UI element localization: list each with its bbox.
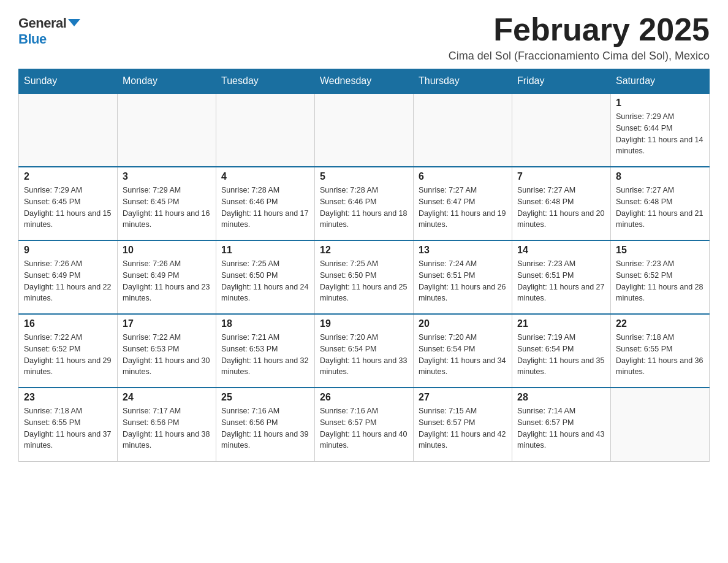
- calendar-day-cell: 8Sunrise: 7:27 AMSunset: 6:48 PMDaylight…: [611, 167, 710, 240]
- day-info: Sunrise: 7:20 AMSunset: 6:54 PMDaylight:…: [320, 332, 408, 378]
- day-info: Sunrise: 7:22 AMSunset: 6:52 PMDaylight:…: [24, 332, 112, 378]
- calendar-day-cell: 6Sunrise: 7:27 AMSunset: 6:47 PMDaylight…: [414, 167, 512, 240]
- day-info: Sunrise: 7:29 AMSunset: 6:45 PMDaylight:…: [123, 185, 211, 231]
- page-header: General Blue February 2025 Cima del Sol …: [18, 12, 710, 63]
- day-info: Sunrise: 7:18 AMSunset: 6:55 PMDaylight:…: [616, 332, 704, 378]
- day-info: Sunrise: 7:23 AMSunset: 6:52 PMDaylight:…: [616, 258, 704, 304]
- col-header-thursday: Thursday: [414, 69, 512, 94]
- calendar-day-cell: 15Sunrise: 7:23 AMSunset: 6:52 PMDayligh…: [611, 240, 710, 314]
- day-number: 3: [123, 171, 211, 182]
- calendar-table: SundayMondayTuesdayWednesdayThursdayFrid…: [18, 69, 710, 462]
- day-number: 5: [320, 171, 408, 182]
- calendar-day-cell: [414, 93, 512, 167]
- logo-triangle-icon: [68, 19, 80, 26]
- calendar-day-cell: 26Sunrise: 7:16 AMSunset: 6:57 PMDayligh…: [315, 388, 414, 461]
- calendar-day-cell: [315, 93, 414, 167]
- day-info: Sunrise: 7:23 AMSunset: 6:51 PMDaylight:…: [517, 258, 605, 304]
- col-header-saturday: Saturday: [611, 69, 710, 94]
- day-info: Sunrise: 7:25 AMSunset: 6:50 PMDaylight:…: [320, 258, 408, 304]
- calendar-week-row: 9Sunrise: 7:26 AMSunset: 6:49 PMDaylight…: [19, 240, 710, 314]
- day-number: 26: [320, 392, 408, 403]
- calendar-week-row: 23Sunrise: 7:18 AMSunset: 6:55 PMDayligh…: [19, 388, 710, 461]
- day-info: Sunrise: 7:24 AMSunset: 6:51 PMDaylight:…: [419, 258, 507, 304]
- day-info: Sunrise: 7:28 AMSunset: 6:46 PMDaylight:…: [320, 185, 408, 231]
- calendar-day-cell: 11Sunrise: 7:25 AMSunset: 6:50 PMDayligh…: [216, 240, 315, 314]
- day-info: Sunrise: 7:18 AMSunset: 6:55 PMDaylight:…: [24, 405, 112, 451]
- calendar-day-cell: 28Sunrise: 7:14 AMSunset: 6:57 PMDayligh…: [512, 388, 611, 461]
- calendar-day-cell: 4Sunrise: 7:28 AMSunset: 6:46 PMDaylight…: [216, 167, 315, 240]
- calendar-day-cell: 10Sunrise: 7:26 AMSunset: 6:49 PMDayligh…: [118, 240, 216, 314]
- day-info: Sunrise: 7:16 AMSunset: 6:57 PMDaylight:…: [320, 405, 408, 451]
- calendar-day-cell: [512, 93, 611, 167]
- calendar-day-cell: 21Sunrise: 7:19 AMSunset: 6:54 PMDayligh…: [512, 314, 611, 388]
- col-header-friday: Friday: [512, 69, 611, 94]
- calendar-week-row: 2Sunrise: 7:29 AMSunset: 6:45 PMDaylight…: [19, 167, 710, 240]
- day-info: Sunrise: 7:14 AMSunset: 6:57 PMDaylight:…: [517, 405, 605, 451]
- calendar-day-cell: 20Sunrise: 7:20 AMSunset: 6:54 PMDayligh…: [414, 314, 512, 388]
- logo-general-text: General: [18, 15, 66, 31]
- day-number: 7: [517, 171, 605, 182]
- day-number: 9: [24, 245, 112, 256]
- day-number: 24: [123, 392, 211, 403]
- logo-blue-text: Blue: [18, 31, 47, 47]
- day-number: 6: [419, 171, 507, 182]
- day-info: Sunrise: 7:29 AMSunset: 6:45 PMDaylight:…: [24, 185, 112, 231]
- calendar-day-cell: 19Sunrise: 7:20 AMSunset: 6:54 PMDayligh…: [315, 314, 414, 388]
- day-number: 12: [320, 245, 408, 256]
- calendar-week-row: 16Sunrise: 7:22 AMSunset: 6:52 PMDayligh…: [19, 314, 710, 388]
- day-number: 13: [419, 245, 507, 256]
- day-info: Sunrise: 7:27 AMSunset: 6:47 PMDaylight:…: [419, 185, 507, 231]
- calendar-day-cell: 5Sunrise: 7:28 AMSunset: 6:46 PMDaylight…: [315, 167, 414, 240]
- day-info: Sunrise: 7:21 AMSunset: 6:53 PMDaylight:…: [221, 332, 309, 378]
- col-header-monday: Monday: [118, 69, 216, 94]
- day-info: Sunrise: 7:22 AMSunset: 6:53 PMDaylight:…: [123, 332, 211, 378]
- calendar-day-cell: 2Sunrise: 7:29 AMSunset: 6:45 PMDaylight…: [19, 167, 118, 240]
- calendar-day-cell: 12Sunrise: 7:25 AMSunset: 6:50 PMDayligh…: [315, 240, 414, 314]
- day-number: 2: [24, 171, 112, 182]
- calendar-day-cell: [118, 93, 216, 167]
- calendar-day-cell: 1Sunrise: 7:29 AMSunset: 6:44 PMDaylight…: [611, 93, 710, 167]
- logo: General Blue: [18, 12, 80, 47]
- calendar-day-cell: [611, 388, 710, 461]
- calendar-week-row: 1Sunrise: 7:29 AMSunset: 6:44 PMDaylight…: [19, 93, 710, 167]
- calendar-day-cell: [19, 93, 118, 167]
- title-block: February 2025 Cima del Sol (Fraccionamie…: [449, 12, 710, 63]
- day-number: 25: [221, 392, 309, 403]
- day-number: 14: [517, 245, 605, 256]
- day-number: 4: [221, 171, 309, 182]
- location-subtitle: Cima del Sol (Fraccionamiento Cima del S…: [449, 50, 710, 63]
- calendar-day-cell: 24Sunrise: 7:17 AMSunset: 6:56 PMDayligh…: [118, 388, 216, 461]
- day-number: 16: [24, 318, 112, 329]
- day-number: 17: [123, 318, 211, 329]
- day-number: 15: [616, 245, 704, 256]
- col-header-sunday: Sunday: [19, 69, 118, 94]
- calendar-day-cell: 25Sunrise: 7:16 AMSunset: 6:56 PMDayligh…: [216, 388, 315, 461]
- day-info: Sunrise: 7:20 AMSunset: 6:54 PMDaylight:…: [419, 332, 507, 378]
- day-number: 11: [221, 245, 309, 256]
- col-header-tuesday: Tuesday: [216, 69, 315, 94]
- day-number: 28: [517, 392, 605, 403]
- day-info: Sunrise: 7:29 AMSunset: 6:44 PMDaylight:…: [616, 111, 704, 157]
- day-number: 8: [616, 171, 704, 182]
- calendar-day-cell: 22Sunrise: 7:18 AMSunset: 6:55 PMDayligh…: [611, 314, 710, 388]
- day-info: Sunrise: 7:16 AMSunset: 6:56 PMDaylight:…: [221, 405, 309, 451]
- day-info: Sunrise: 7:27 AMSunset: 6:48 PMDaylight:…: [616, 185, 704, 231]
- day-info: Sunrise: 7:17 AMSunset: 6:56 PMDaylight:…: [123, 405, 211, 451]
- day-info: Sunrise: 7:15 AMSunset: 6:57 PMDaylight:…: [419, 405, 507, 451]
- day-number: 22: [616, 318, 704, 329]
- col-header-wednesday: Wednesday: [315, 69, 414, 94]
- day-info: Sunrise: 7:26 AMSunset: 6:49 PMDaylight:…: [24, 258, 112, 304]
- calendar-day-cell: 9Sunrise: 7:26 AMSunset: 6:49 PMDaylight…: [19, 240, 118, 314]
- calendar-day-cell: 7Sunrise: 7:27 AMSunset: 6:48 PMDaylight…: [512, 167, 611, 240]
- calendar-day-cell: 16Sunrise: 7:22 AMSunset: 6:52 PMDayligh…: [19, 314, 118, 388]
- calendar-day-cell: 14Sunrise: 7:23 AMSunset: 6:51 PMDayligh…: [512, 240, 611, 314]
- day-info: Sunrise: 7:27 AMSunset: 6:48 PMDaylight:…: [517, 185, 605, 231]
- calendar-day-cell: [216, 93, 315, 167]
- day-info: Sunrise: 7:26 AMSunset: 6:49 PMDaylight:…: [123, 258, 211, 304]
- calendar-day-cell: 17Sunrise: 7:22 AMSunset: 6:53 PMDayligh…: [118, 314, 216, 388]
- day-number: 1: [616, 98, 704, 109]
- day-number: 10: [123, 245, 211, 256]
- day-number: 19: [320, 318, 408, 329]
- day-number: 21: [517, 318, 605, 329]
- calendar-day-cell: 13Sunrise: 7:24 AMSunset: 6:51 PMDayligh…: [414, 240, 512, 314]
